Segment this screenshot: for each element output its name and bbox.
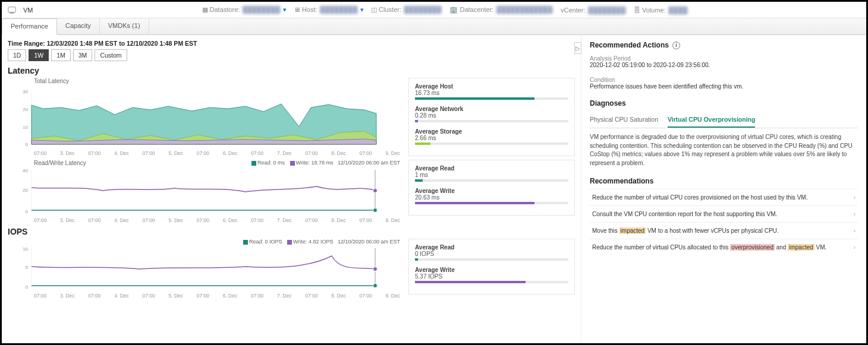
svg-point-15 bbox=[373, 189, 378, 193]
info-icon[interactable]: i bbox=[672, 42, 680, 49]
recommendation-item[interactable]: Reduce the number of virtual CPUs alloca… bbox=[590, 239, 858, 255]
stat-block: Average Storage 2.66 ms bbox=[415, 128, 568, 145]
diag-tab-virtual-cpu-overprovisioning[interactable]: Virtual CPU Overprovisioning bbox=[668, 112, 755, 128]
svg-point-16 bbox=[373, 208, 378, 213]
crumb-datacenter[interactable]: 🏢 Datacenter: ████████████ bbox=[449, 6, 553, 14]
recommended-actions-title: Recommended Actions i bbox=[590, 41, 858, 49]
x-tick: 4. Dec bbox=[114, 217, 129, 223]
tab-bar: PerformanceCapacityVMDKs (1) bbox=[2, 18, 866, 35]
stats-total-latency: Average Host 16.73 ms Average Network 0.… bbox=[408, 78, 575, 156]
svg-rect-1 bbox=[10, 12, 14, 13]
stat-bar bbox=[415, 97, 568, 100]
chevron-right-icon: › bbox=[854, 194, 856, 201]
recommendation-item[interactable]: Reduce the number of virtual CPU cores p… bbox=[590, 189, 858, 205]
stat-bar bbox=[415, 281, 568, 283]
chart-iops[interactable]: 10 5 0 bbox=[8, 245, 382, 293]
stat-bar bbox=[415, 120, 568, 122]
chart-total-latency-title: Total Latency bbox=[34, 78, 400, 84]
svg-text:10: 10 bbox=[23, 125, 28, 130]
recommendations-title: Recommendations bbox=[590, 177, 858, 185]
range-1m[interactable]: 1M bbox=[51, 49, 71, 61]
svg-text:10: 10 bbox=[23, 246, 28, 252]
stat-label: Average Host bbox=[415, 83, 568, 90]
stat-bar bbox=[415, 258, 568, 261]
crumb-host[interactable]: 🖥 Host: ████████ ▾ bbox=[294, 6, 364, 14]
time-range-buttons: 1D1W1M3MCustom bbox=[8, 49, 575, 61]
stat-bar bbox=[415, 143, 568, 145]
collapse-handle[interactable]: ▷ bbox=[574, 42, 581, 54]
recommendation-text: Reduce the number of virtual CPU cores p… bbox=[592, 194, 807, 201]
stat-label: Average Read bbox=[415, 244, 568, 251]
recommendation-item[interactable]: Consult the VM CPU contention report for… bbox=[590, 205, 858, 222]
x-tick: 07:00 bbox=[197, 150, 209, 156]
crumb-volume[interactable]: 🗄 Volume: ████ bbox=[634, 7, 688, 14]
recommendation-item[interactable]: Move this impacted VM to a host with few… bbox=[590, 222, 858, 239]
chevron-down-icon[interactable]: ▾ bbox=[283, 6, 287, 13]
chart-rw-latency-title: Read/Write Latency bbox=[34, 160, 86, 166]
stat-label: Average Storage bbox=[415, 128, 568, 135]
x-tick: 07:00 bbox=[359, 217, 372, 223]
x-tick: 07:00 bbox=[88, 217, 100, 223]
x-tick: 9. Dec bbox=[385, 217, 400, 223]
range-3m[interactable]: 3M bbox=[73, 49, 93, 61]
svg-text:20: 20 bbox=[23, 107, 28, 112]
chart-total-latency[interactable]: 30 20 10 0 bbox=[8, 85, 382, 150]
range-custom[interactable]: Custom bbox=[95, 49, 127, 61]
x-tick: 07:00 bbox=[251, 293, 263, 299]
x-tick: 3. Dec bbox=[60, 150, 75, 156]
x-tick: 07:00 bbox=[88, 293, 100, 299]
tab-capacity[interactable]: Capacity bbox=[57, 18, 100, 34]
x-tick: 07:00 bbox=[359, 293, 372, 299]
stat-label: Average Write bbox=[415, 188, 568, 194]
x-tick: 07:00 bbox=[88, 150, 100, 156]
stat-value: 5.37 IOPS bbox=[415, 273, 568, 280]
x-tick: 4. Dec bbox=[114, 293, 129, 299]
x-tick: 07:00 bbox=[142, 217, 155, 223]
x-tick: 07:00 bbox=[197, 217, 209, 223]
x-tick: 07:00 bbox=[251, 150, 263, 156]
tab-performance[interactable]: Performance bbox=[2, 18, 57, 35]
svg-text:20: 20 bbox=[23, 188, 28, 193]
x-tick: 07:00 bbox=[34, 217, 46, 223]
chevron-right-icon: › bbox=[854, 227, 856, 234]
x-tick: 07:00 bbox=[142, 150, 155, 156]
x-tick: 3. Dec bbox=[60, 217, 75, 223]
analysis-period-value: 2020-12-02 05:19:00 to 2020-12-09 23:56:… bbox=[590, 62, 858, 68]
chevron-down-icon[interactable]: ▾ bbox=[360, 6, 364, 13]
diagnoses-text: VM performance is degraded due to the ov… bbox=[590, 133, 858, 167]
stats-rw-latency: Average Read 1 ms Average Write 20.63 ms bbox=[408, 160, 575, 216]
svg-text:0: 0 bbox=[26, 284, 29, 290]
range-1d[interactable]: 1D bbox=[8, 49, 26, 61]
diagnoses-tabs: Physical CPU SaturationVirtual CPU Overp… bbox=[590, 112, 858, 128]
x-tick: 07:00 bbox=[305, 150, 317, 156]
breadcrumb-bar: VM ▦ Datastore: ████████ ▾ 🖥 Host: █████… bbox=[2, 2, 866, 18]
chart-rw-latency-legend: Read: 0 ms Write: 18.78 ms 12/10/2020 06… bbox=[248, 160, 400, 166]
stat-label: Average Network bbox=[415, 106, 568, 112]
stat-block: Average Host 16.73 ms bbox=[415, 83, 568, 100]
crumb-cluster[interactable]: ◫ Cluster: ████████ bbox=[371, 6, 442, 14]
x-tick: 6. Dec bbox=[223, 217, 238, 223]
chart-iops-legend: Read: 0 IOPS Write: 4.82 IOPS 12/10/2020… bbox=[8, 239, 400, 245]
chart-rw-latency[interactable]: 40 20 0 bbox=[8, 167, 382, 217]
x-tick: 5. Dec bbox=[168, 293, 183, 299]
recommendation-text: Reduce the number of virtual CPUs alloca… bbox=[592, 244, 826, 251]
stat-bar bbox=[415, 179, 568, 182]
diag-tab-physical-cpu-saturation[interactable]: Physical CPU Saturation bbox=[590, 112, 658, 128]
tab-vmdks-1-[interactable]: VMDKs (1) bbox=[100, 18, 149, 34]
x-tick: 07:00 bbox=[305, 293, 317, 299]
x-tick: 07:00 bbox=[251, 217, 263, 223]
x-tick: 6. Dec bbox=[223, 293, 238, 299]
stat-block: Average Read 0 IOPS bbox=[415, 244, 568, 261]
x-tick: 07:00 bbox=[142, 293, 155, 299]
analysis-period-label: Analysis Period bbox=[590, 55, 858, 62]
range-1w[interactable]: 1W bbox=[29, 49, 49, 61]
svg-point-24 bbox=[373, 267, 378, 271]
time-range-label: Time Range: 12/03/2020 1:48 PM EST to 12… bbox=[8, 40, 575, 47]
x-tick: 07:00 bbox=[34, 150, 46, 156]
x-tick: 07:00 bbox=[34, 293, 46, 299]
x-tick: 07:00 bbox=[359, 150, 372, 156]
crumb-vcenter[interactable]: vCenter: ████████ bbox=[561, 7, 627, 14]
crumb-datastore[interactable]: ▦ Datastore: ████████ ▾ bbox=[202, 6, 287, 14]
page-title: VM bbox=[23, 7, 33, 14]
svg-point-25 bbox=[373, 284, 378, 288]
